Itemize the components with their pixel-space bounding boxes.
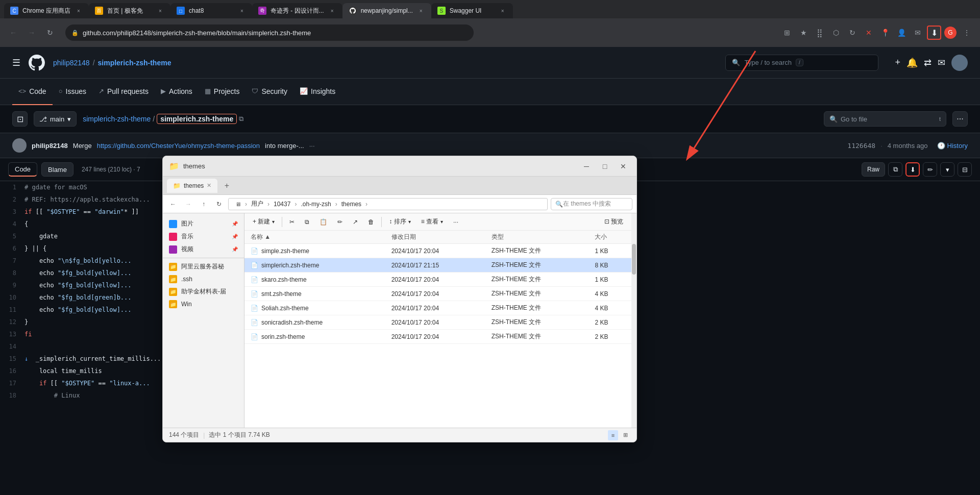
grid-icon[interactable]: ⣿ (813, 26, 827, 40)
split-view-btn[interactable]: ⊟ (958, 162, 972, 177)
fe-sort-btn[interactable]: ↕ 排序 ▾ (385, 215, 414, 228)
fe-scrollbar-thumb[interactable] (632, 244, 636, 275)
fe-view-btn[interactable]: ≡ 查看 ▾ (417, 215, 447, 228)
notification-icon[interactable]: 🔔 (906, 57, 918, 68)
sidebar-toggle[interactable]: ⊡ (12, 111, 28, 127)
edit-btn[interactable]: ✏ (923, 162, 937, 177)
forward-button[interactable]: → (24, 26, 39, 40)
back-button[interactable]: ← (6, 26, 20, 40)
address-bar[interactable]: 🔒 github.com/philip82148/simplerich-zsh-… (65, 24, 474, 41)
fe-tab-add-btn[interactable]: + (219, 179, 234, 193)
fe-sidebar-item-videos[interactable]: 视频 📌 (163, 243, 244, 256)
fe-share-btn[interactable]: ↗ (349, 216, 362, 228)
table-row[interactable]: 📄simplerich.zsh-theme 2024/10/17 21:15 Z… (244, 258, 631, 273)
fe-sidebar-item-win[interactable]: 📁 Win (163, 298, 244, 310)
user-avatar[interactable] (951, 55, 968, 71)
commit-ellipsis[interactable]: ··· (309, 142, 315, 150)
fe-preview-btn[interactable]: ⊡ 预览 (600, 215, 627, 228)
fe-forward-btn[interactable]: → (182, 198, 194, 210)
fe-cut-btn[interactable]: ✂ (285, 216, 299, 228)
fe-sidebar-item-music[interactable]: 音乐 📌 (163, 230, 244, 243)
fe-list-view-icon[interactable]: ≡ (608, 430, 618, 440)
fe-path-themes[interactable]: themes (338, 200, 364, 209)
breadcrumb-repo[interactable]: simplerich-zsh-theme (83, 115, 151, 123)
browser-tab-3[interactable]: □ chat8 × (170, 3, 252, 18)
bookmark-button[interactable]: ★ (796, 26, 811, 40)
fe-copy-btn[interactable]: ⧉ (301, 216, 313, 228)
copy-path-icon[interactable]: ⧉ (239, 115, 243, 123)
user-account-icon[interactable]: 👤 (894, 26, 909, 40)
extensions-button[interactable]: ⊞ (780, 26, 794, 40)
fe-tab-close-icon[interactable]: ✕ (207, 182, 211, 189)
nav-code[interactable]: <> Code (12, 79, 53, 105)
menu-button[interactable]: ⋮ (960, 26, 974, 40)
fe-delete-btn[interactable]: 🗑 (364, 216, 378, 228)
fe-refresh-btn[interactable]: ↻ (213, 198, 225, 210)
browser-tab-1[interactable]: C Chrome 应用商店 × (4, 3, 89, 18)
more-btn[interactable]: ▾ (940, 162, 954, 177)
fe-up-btn[interactable]: ↑ (198, 198, 210, 210)
branch-selector[interactable]: ⎇ main ▾ (34, 111, 77, 127)
reload-button[interactable]: ↻ (43, 26, 57, 40)
nav-insights[interactable]: 📈 Insights (293, 79, 341, 105)
vpn-icon[interactable]: ⬡ (829, 26, 843, 40)
commit-hash[interactable]: 1126648 (847, 142, 875, 150)
fe-back-btn[interactable]: ← (167, 198, 179, 210)
fe-new-btn[interactable]: + 新建 ▾ (249, 215, 279, 228)
table-row[interactable]: 📄simple.zsh-theme 2024/10/17 20:04 ZSH-T… (244, 244, 631, 258)
fe-more-options-btn[interactable]: ··· (449, 216, 462, 228)
table-row[interactable]: 📄sorin.zsh-theme 2024/10/17 20:04 ZSH-TH… (244, 330, 631, 344)
commit-link[interactable]: https://github.com/ChesterYue/ohmyzsh-th… (97, 142, 260, 150)
fe-paste-btn[interactable]: 📋 (315, 216, 331, 228)
fe-maximize-btn[interactable]: □ (598, 159, 612, 174)
download-button[interactable]: ⬇ (927, 26, 941, 40)
nav-actions[interactable]: ▶ Actions (155, 79, 199, 105)
fe-search-box[interactable]: 🔍 在 themes 中搜索 (551, 198, 632, 210)
more-options-btn[interactable]: ··· (952, 111, 968, 127)
gh-reponame[interactable]: simplerich-zsh-theme (98, 59, 172, 67)
pull-request-icon[interactable]: ⇄ (924, 57, 932, 68)
fe-sidebar-item-aliyun[interactable]: 📁 阿里云服务器秘 (163, 260, 244, 273)
fe-view-icon-path[interactable]: 🖥 (232, 198, 244, 210)
col-type[interactable]: 类型 (485, 231, 589, 244)
fe-path-ohmyzsh[interactable]: .oh-my-zsh (298, 200, 334, 209)
x-icon[interactable]: ✕ (862, 26, 876, 40)
col-date[interactable]: 修改日期 (385, 231, 485, 244)
nav-pull-requests[interactable]: ↗ Pull requests (92, 79, 155, 105)
fe-path-user[interactable]: 用户 (248, 199, 266, 209)
fe-scrollbar[interactable] (631, 213, 636, 428)
col-size[interactable]: 大小 (589, 231, 631, 244)
raw-btn[interactable]: Raw (862, 162, 885, 177)
refresh-icon[interactable]: ↻ (845, 26, 860, 40)
browser-tab-2[interactable]: 首 首页 | 极客免 × (89, 3, 170, 18)
nav-projects[interactable]: ▦ Projects (199, 79, 246, 105)
table-row[interactable]: 📄smt.zsh-theme 2024/10/17 20:04 ZSH-THEM… (244, 287, 631, 301)
go-to-file-btn[interactable]: 🔍 Go to file t (824, 111, 946, 127)
copy-btn[interactable]: ⧉ (888, 162, 902, 177)
download-code-btn[interactable]: ⬇ (905, 162, 920, 177)
fe-grid-view-icon[interactable]: ⊞ (620, 430, 630, 440)
col-name[interactable]: 名称 ▲ (244, 231, 385, 244)
gh-search[interactable]: 🔍 Type / to search / (725, 55, 878, 71)
table-row[interactable]: 📄Soliah.zsh-theme 2024/10/17 20:04 ZSH-T… (244, 301, 631, 315)
nav-security[interactable]: 🛡 Security (246, 79, 293, 105)
inbox-icon[interactable]: ✉ (938, 57, 945, 68)
history-link[interactable]: 🕐 History (937, 142, 968, 150)
fe-close-btn[interactable]: ✕ (616, 159, 630, 174)
table-row[interactable]: 📄sonicradish.zsh-theme 2024/10/17 20:04 … (244, 315, 631, 330)
blame-tab[interactable]: Blame (41, 162, 74, 177)
browser-tab-6[interactable]: S Swagger UI × (431, 3, 513, 18)
pin-icon[interactable]: 📍 (878, 26, 892, 40)
fe-sidebar-item-pictures[interactable]: 图片 📌 (163, 217, 244, 230)
gh-username[interactable]: philip82148 (53, 59, 90, 67)
commit-username[interactable]: philip82148 (32, 142, 68, 150)
mail-icon[interactable]: ✉ (911, 26, 925, 40)
table-row[interactable]: 📄skaro.zsh-theme 2024/10/17 20:04 ZSH-TH… (244, 273, 631, 287)
fe-minimize-btn[interactable]: ─ (579, 159, 594, 174)
fe-rename-btn[interactable]: ✏ (333, 216, 347, 228)
browser-tab-5[interactable]: newpanjing/simpl... × (342, 3, 431, 18)
profile-avatar[interactable]: G (943, 26, 958, 40)
hamburger-menu[interactable]: ☰ (12, 57, 20, 68)
fe-path-10437[interactable]: 10437 (271, 200, 293, 209)
fe-tab-themes[interactable]: 📁 themes ✕ (167, 179, 217, 193)
